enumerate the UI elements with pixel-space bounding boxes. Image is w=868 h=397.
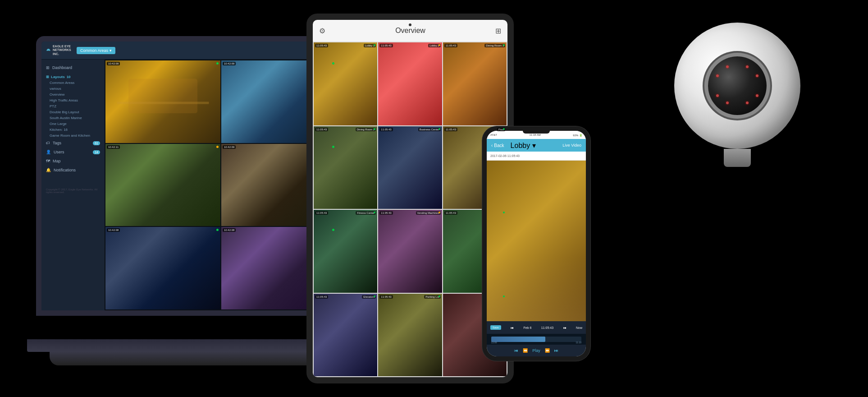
sidebar: ⊞ Dashboard ⊞ Layouts 10 Common Areas va…: [41, 60, 105, 310]
tablet-camera-dot: [409, 23, 411, 26]
rewind-icon-2[interactable]: ⏪: [523, 348, 528, 353]
cam-indicator-4: [332, 146, 334, 148]
cam-timestamp-2: 10:42:09: [223, 62, 236, 65]
common-areas-button[interactable]: Common Areas ▾: [77, 47, 115, 54]
tablet-cam-7[interactable]: 11:05:43 Fitness Center: [314, 210, 377, 293]
phone-video-area[interactable]: [487, 161, 586, 321]
camera-cell-1[interactable]: 10:42:09: [105, 60, 220, 143]
phone-back-button[interactable]: ‹ Back: [491, 143, 504, 148]
layout-game-room[interactable]: Game Room and Kitchen: [41, 133, 105, 138]
fast-forward-icon[interactable]: ⏩: [545, 348, 550, 353]
layout-overview[interactable]: Overview: [41, 92, 105, 97]
laptop-screen: EAGLE EYE NETWORKS INC. Common Areas ▾ ⊞…: [36, 36, 343, 316]
sidebar-item-notifications[interactable]: 🔔 Notifications: [41, 166, 105, 175]
tcam-label-7: 11:05:43 Fitness Center: [315, 211, 376, 215]
camera-cell-3[interactable]: 10:42:11: [105, 144, 220, 226]
laptop-shadow: [72, 365, 306, 379]
phone-video-feed: [487, 161, 586, 321]
eagle-icon: [46, 45, 51, 56]
cam-indicator-2: [332, 62, 334, 65]
tcam-name-5: Business Center: [418, 128, 441, 131]
tablet-cam-8[interactable]: 11:05:43 Vending Machines: [378, 210, 442, 293]
phone-screen: AT&T 11:18 AM 92% 🔋 ‹ Back Lobby ▾ Live …: [487, 131, 586, 356]
camera-grid: 10:42:09 10:42:09 10:42:11 10:42:09: [105, 60, 337, 310]
phone-timeline-labels: 11:00 11:10: [491, 341, 581, 344]
gear-icon[interactable]: ⚙: [319, 27, 325, 35]
sidebar-item-dashboard[interactable]: ⊞ Dashboard: [41, 63, 105, 72]
tcam-dot-11: [439, 295, 440, 297]
phone-save-button[interactable]: Save: [490, 325, 501, 330]
layout-various[interactable]: various: [41, 86, 105, 92]
layout-one-large[interactable]: One Large: [41, 121, 105, 127]
tablet-cam-10[interactable]: 11:05:43 Elevators: [314, 294, 377, 377]
layout-double-big[interactable]: Double Big Layout: [41, 109, 105, 115]
play-button[interactable]: Play: [532, 348, 540, 353]
phone-playback-bar: ⏮ ⏪ Play ⏩ ⏭: [487, 345, 586, 356]
tcam-label-9: 11:05:43: [444, 211, 505, 215]
ir-dot-6: [756, 94, 758, 97]
app-body: ⊞ Dashboard ⊞ Layouts 10 Common Areas va…: [41, 60, 337, 310]
ir-dot-8: [746, 102, 749, 104]
users-badge: 14: [93, 150, 100, 154]
layout-high-traffic[interactable]: High Traffic Areas: [41, 97, 105, 103]
tcam-time-10: 11:05:43: [315, 295, 328, 299]
tcam-time-2: 11:05:43: [379, 44, 393, 47]
layouts-icon: ⊞: [46, 75, 49, 79]
tags-icon: 🏷: [46, 141, 50, 145]
dome-ir-lights: [713, 61, 762, 111]
phone-nav-title-label: Lobby ▾: [511, 141, 536, 150]
tablet-cam-11[interactable]: 11:05:43 Parking Lot: [378, 294, 442, 377]
layout-kitchen[interactable]: Kitchen: 16: [41, 127, 105, 133]
sidebar-item-users[interactable]: 👤 Users 14: [41, 148, 105, 157]
battery-indicator: 92% 🔋: [573, 134, 582, 137]
laptop-foot: [50, 351, 329, 365]
tablet-screen: ⚙ Overview ⊞ 11:05:43 Lobby 1 11:05:43 L…: [313, 20, 507, 377]
layout-ptz[interactable]: PTZ: [41, 103, 105, 109]
phone-timeline[interactable]: 11:00 11:10: [487, 334, 586, 345]
tcam-time-7: 11:05:43: [315, 211, 328, 215]
tcam-time-9: 11:05:43: [444, 211, 457, 215]
tablet-cam-4[interactable]: 11:05:43 Dining Room 2: [314, 126, 377, 209]
tcam-dot-9: [503, 212, 505, 213]
copyright-text: Copyright © 2017, Eagle Eye Networks. Al…: [41, 184, 105, 198]
tcam-label-5: 11:05:43 Business Center: [379, 128, 440, 131]
tcam-name-4: Dining Room 2: [356, 128, 376, 131]
timeline-start-label: 11:00: [491, 341, 497, 344]
skip-forward-icon[interactable]: ⏭: [554, 348, 558, 353]
tcam-label-4: 11:05:43 Dining Room 2: [315, 128, 376, 131]
controls-time: 11:05:43: [541, 326, 553, 329]
sidebar-item-map[interactable]: 🗺 Map: [41, 157, 105, 166]
skip-back-icon[interactable]: ⏮: [514, 348, 518, 353]
tcam-name-7: Fitness Center: [356, 211, 376, 215]
cam-indicator-3: [216, 146, 219, 148]
now-label[interactable]: Now: [576, 326, 582, 329]
grid-icon[interactable]: ⊞: [495, 27, 501, 35]
phone-time: 11:18 AM: [529, 134, 540, 136]
tablet-cam-5[interactable]: 11:05:43 Business Center: [378, 126, 442, 209]
tablet-cam-2[interactable]: 11:05:43 Lobby 2: [378, 42, 442, 125]
tcam-label-10: 11:05:43 Elevators: [315, 295, 376, 299]
ir-dot-3: [716, 74, 719, 77]
cam-timestamp-1: 10:42:09: [107, 62, 120, 65]
phone-outer: AT&T 11:18 AM 92% 🔋 ‹ Back Lobby ▾ Live …: [482, 126, 590, 361]
sidebar-item-tags[interactable]: 🏷 Tags 61: [41, 138, 105, 148]
dome-camera-mount: [724, 149, 751, 167]
tablet-cam-3[interactable]: 11:05:43 Dining Room 1: [443, 42, 507, 125]
map-icon: 🗺: [46, 159, 50, 163]
layout-common-areas[interactable]: Common Areas: [41, 80, 105, 86]
camera-cell-5[interactable]: 10:42:08: [105, 227, 220, 309]
back-chevron-icon: ‹: [491, 143, 493, 148]
tablet-cam-1[interactable]: 11:05:43 Lobby 1: [314, 42, 377, 125]
tags-badge: 61: [93, 141, 100, 145]
nav-chevron-icon: ▾: [532, 142, 536, 149]
tcam-dot-3: [503, 44, 505, 46]
ir-dot-5: [716, 94, 719, 97]
phone-controls-bar: Save ⏮ Feb 6 11:05:43 ⏭ Now: [487, 321, 586, 334]
ir-dot-7: [726, 102, 729, 104]
controls-date: Feb 6: [524, 326, 532, 329]
layout-south-austin[interactable]: South Austin Marine: [41, 115, 105, 121]
rewind-icon[interactable]: ⏮: [511, 326, 514, 329]
phone-device: AT&T 11:18 AM 92% 🔋 ‹ Back Lobby ▾ Live …: [482, 126, 590, 361]
play-forward-icon[interactable]: ⏭: [563, 326, 566, 329]
notifications-icon: 🔔: [46, 168, 51, 172]
